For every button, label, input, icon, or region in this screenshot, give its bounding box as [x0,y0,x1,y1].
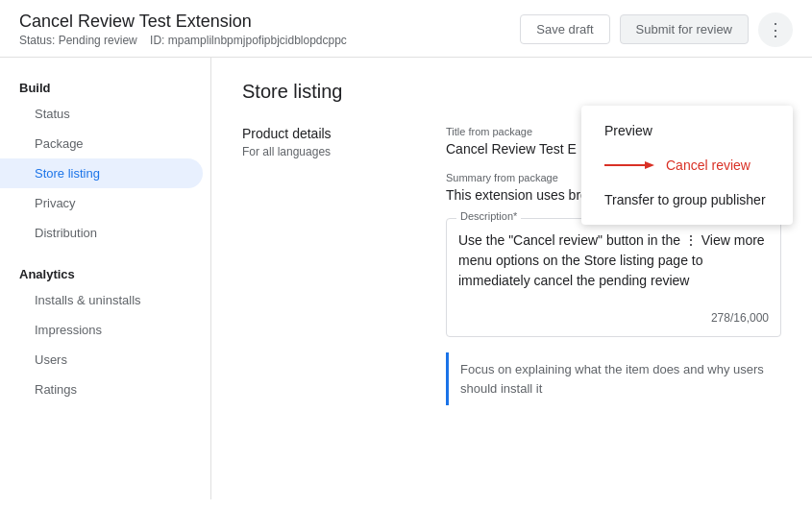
sidebar-item-package[interactable]: Package [0,129,210,158]
main-content: Store listing Product details For all la… [211,58,812,499]
sidebar-item-store-listing[interactable]: Store listing [0,158,203,188]
sidebar-item-impressions[interactable]: Impressions [0,315,210,345]
dropdown-transfer[interactable]: Transfer to group publisher [581,182,793,217]
dropdown-cancel-review[interactable]: Cancel review [581,148,793,182]
svg-marker-1 [645,161,654,169]
sidebar-item-ratings[interactable]: Ratings [0,375,210,404]
product-details-subtitle: For all languages [242,145,415,158]
form-left: Product details For all languages [242,126,415,405]
description-text[interactable]: Use the "Cancel review" button in the ⋮ … [458,230,769,307]
sidebar-item-status[interactable]: Status [0,99,210,129]
more-options-button[interactable]: ⋮ [758,12,793,47]
sidebar-item-users[interactable]: Users [0,345,210,375]
sidebar-analytics-section: Analytics [0,259,210,285]
description-label: Description* [456,210,521,222]
char-count: 278/16,000 [458,311,769,325]
product-details-title: Product details [242,126,415,141]
transfer-label: Transfer to group publisher [604,192,766,207]
preview-label: Preview [604,123,652,138]
extension-id: ID: mpamplilnbpmjpofipbjcidblopdcppc [150,34,347,47]
hint-box: Focus on explaining what the item does a… [446,352,781,405]
hint-text: Focus on explaining what the item does a… [460,362,764,396]
arrow-icon [604,158,654,172]
sidebar-item-distribution[interactable]: Distribution [0,218,210,248]
header: Cancel Review Test Extension Status: Pen… [0,0,812,58]
layout: Build Status Package Store listing Priva… [0,58,812,499]
header-left: Cancel Review Test Extension Status: Pen… [19,12,347,47]
dropdown-preview[interactable]: Preview [581,113,793,148]
sidebar-build-section: Build [0,73,210,99]
sidebar-item-privacy[interactable]: Privacy [0,188,210,218]
more-dots-icon: ⋮ [767,19,784,40]
submit-review-button[interactable]: Submit for review [620,14,749,44]
save-draft-button[interactable]: Save draft [520,14,609,44]
main-title: Store listing [242,81,781,103]
cancel-review-label: Cancel review [666,158,750,173]
sidebar-item-installs[interactable]: Installs & uninstalls [0,285,210,315]
dropdown-menu: Preview Cancel review Transfer to group … [581,106,793,225]
status-line: Status: Pending review ID: mpamplilnbpmj… [19,34,347,47]
more-container: ⋮ [758,12,793,47]
header-right: Save draft Submit for review ⋮ [520,12,793,47]
sidebar: Build Status Package Store listing Priva… [0,58,211,499]
page-title: Cancel Review Test Extension [19,12,347,32]
description-box: Description* Use the "Cancel review" but… [446,218,781,337]
status-text: Status: Pending review [19,34,137,47]
red-arrow-svg [604,158,654,172]
